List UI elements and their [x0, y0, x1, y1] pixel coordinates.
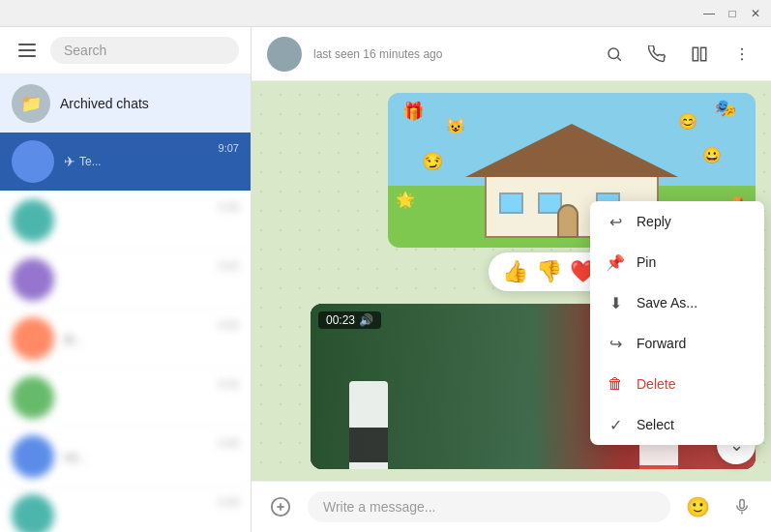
duration-text: 00:23	[326, 313, 355, 327]
columns-button[interactable]	[686, 41, 713, 68]
maximize-button[interactable]: □	[725, 6, 740, 21]
sidebar-header: Search	[0, 27, 251, 74]
context-menu-pin[interactable]: 📌 Pin	[590, 242, 764, 282]
search-input[interactable]: Search	[50, 37, 239, 64]
chat-time: 9:38	[219, 201, 239, 213]
chat-item[interactable]: ✈ Te... 9:07	[0, 133, 251, 192]
reply-label: Reply	[637, 214, 671, 229]
svg-point-4	[741, 47, 743, 49]
context-menu-forward[interactable]: ↪ Forward	[590, 323, 764, 364]
chat-time: 8:50	[219, 319, 239, 331]
chat-time: 9:07	[219, 142, 239, 154]
avatar	[12, 258, 54, 301]
more-button[interactable]	[728, 41, 756, 68]
chat-item[interactable]: 9:38	[0, 192, 251, 251]
volume-icon: 🔊	[359, 313, 373, 327]
header-actions	[601, 41, 756, 68]
context-menu-select[interactable]: ✓ Select	[590, 404, 764, 445]
reaction-thumbsup[interactable]: 👍	[502, 259, 528, 284]
chat-time: 8:26	[219, 378, 239, 390]
archived-chats-label: Archived chats	[60, 96, 149, 111]
select-icon: ✓	[606, 415, 625, 434]
svg-rect-3	[701, 47, 706, 61]
avatar	[12, 435, 54, 478]
chat-item[interactable]: di... 8:50	[0, 310, 251, 369]
chat-main: last seen 16 minutes ago	[252, 27, 771, 532]
voice-button[interactable]	[725, 489, 759, 524]
chat-preview: Te...	[79, 155, 102, 168]
chat-header-avatar	[267, 37, 302, 72]
chat-header: last seen 16 minutes ago	[252, 27, 771, 81]
input-bar: Write a message... 🙂	[252, 481, 771, 532]
titlebar: — □ ✕	[0, 0, 771, 27]
avatar	[12, 199, 54, 242]
chat-item[interactable]: rol... 6:08	[0, 428, 251, 487]
context-menu-reply[interactable]: ↩ Reply	[590, 201, 764, 242]
archived-avatar: 📁	[12, 84, 50, 123]
svg-point-5	[741, 52, 743, 54]
emoji-button[interactable]: 🙂	[680, 489, 715, 524]
sidebar: Search 📁 Archived chats ✈ Te... 9:07	[0, 27, 252, 532]
chat-preview: di...	[64, 333, 82, 346]
pin-label: Pin	[637, 254, 656, 270]
chat-header-status: last seen 16 minutes ago	[313, 47, 589, 61]
close-button[interactable]: ✕	[748, 6, 763, 21]
minimize-button[interactable]: —	[701, 6, 717, 21]
avatar	[12, 376, 54, 419]
avatar	[12, 494, 54, 532]
chat-time: 6:08	[219, 496, 239, 508]
avatar	[12, 140, 54, 183]
avatar	[12, 317, 54, 360]
app-layout: Search 📁 Archived chats ✈ Te... 9:07	[0, 27, 771, 532]
message-input[interactable]: Write a message...	[308, 491, 670, 522]
reply-icon: ↩	[606, 212, 625, 231]
delete-label: Delete	[637, 376, 675, 392]
hamburger-icon	[18, 44, 36, 57]
chat-time: 9:03	[219, 260, 239, 272]
chat-item[interactable]: 9:03	[0, 251, 251, 310]
call-button[interactable]	[643, 41, 670, 68]
save-icon: ⬇	[606, 293, 625, 312]
chat-header-info: last seen 16 minutes ago	[313, 47, 589, 61]
forward-label: Forward	[637, 336, 686, 351]
svg-point-6	[741, 58, 743, 60]
reaction-thumbsdown[interactable]: 👎	[536, 259, 562, 284]
context-menu-save[interactable]: ⬇ Save As...	[590, 282, 764, 323]
video-duration-badge: 00:23 🔊	[318, 311, 381, 329]
chat-info: rol...	[64, 448, 239, 465]
chat-item[interactable]: 8:26	[0, 369, 251, 428]
select-label: Select	[637, 417, 674, 432]
chat-list: ✈ Te... 9:07 9:38 9:03	[0, 133, 251, 532]
forward-icon: ↪	[606, 334, 625, 353]
menu-button[interactable]	[12, 35, 43, 66]
attach-button[interactable]	[263, 489, 298, 524]
chat-preview: rol...	[64, 451, 86, 464]
chat-time: 6:08	[219, 437, 239, 449]
delete-icon: 🗑	[606, 374, 625, 394]
sent-icon: ✈	[64, 154, 75, 169]
chat-item[interactable]: 6:08	[0, 487, 251, 532]
archived-chats-item[interactable]: 📁 Archived chats	[0, 74, 251, 133]
pin-icon: 📌	[606, 252, 625, 272]
chat-info: ✈ Te...	[64, 154, 239, 169]
save-label: Save As...	[637, 295, 697, 310]
context-menu-delete[interactable]: 🗑 Delete	[590, 364, 764, 404]
chat-info: di...	[64, 330, 239, 347]
svg-rect-10	[740, 500, 745, 509]
svg-point-0	[608, 48, 619, 59]
search-button[interactable]	[601, 41, 628, 68]
context-menu: ↩ Reply 📌 Pin ⬇ Save As... ↪ Forward 🗑 D…	[590, 201, 764, 445]
svg-line-1	[617, 57, 620, 60]
svg-rect-2	[693, 47, 697, 61]
